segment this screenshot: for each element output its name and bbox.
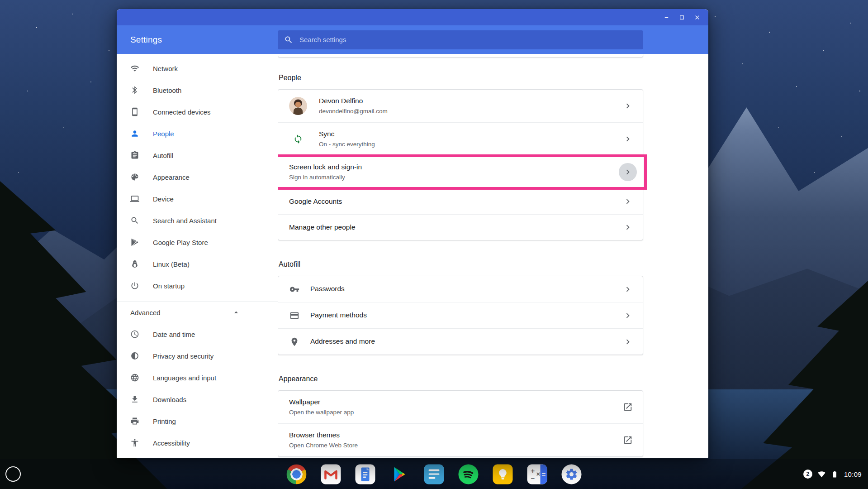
power-icon <box>130 281 139 290</box>
sidebar-item-languages-input[interactable]: Languages and input <box>117 367 278 388</box>
sidebar-item-network[interactable]: Network <box>117 58 278 79</box>
row-manage-other-people[interactable]: Manage other people <box>278 214 643 240</box>
row-title: Google Accounts <box>289 197 342 206</box>
shelf-docs-icon[interactable] <box>355 464 375 484</box>
scrolled-card-remnant <box>278 54 643 58</box>
sidebar-item-label: Search and Assistant <box>153 217 217 225</box>
smartphone-icon <box>130 107 139 116</box>
sidebar-item-accessibility[interactable]: Accessibility <box>117 432 278 454</box>
caret-up-icon <box>232 308 241 317</box>
external-link-icon <box>623 402 633 412</box>
key-icon <box>289 284 300 294</box>
row-title: Sync <box>319 129 375 139</box>
chevron-right-icon <box>623 337 633 347</box>
sidebar-item-label: Privacy and security <box>153 352 213 360</box>
sidebar-item-label: Languages and input <box>153 374 216 382</box>
download-icon <box>130 395 139 404</box>
chevron-right-icon <box>623 134 633 144</box>
sidebar-item-label: On startup <box>153 282 185 290</box>
row-title: Browser themes <box>289 431 358 440</box>
sidebar-item-downloads[interactable]: Downloads <box>117 388 278 410</box>
shelf-settings-icon[interactable] <box>561 464 582 484</box>
penguin-icon <box>130 259 139 268</box>
close-button[interactable] <box>689 11 705 24</box>
search-icon <box>284 35 293 44</box>
sidebar-item-label: Printing <box>153 417 176 425</box>
sidebar-item-label: Device <box>153 195 174 203</box>
search-box[interactable] <box>278 30 643 49</box>
search-input[interactable] <box>299 35 637 44</box>
sidebar-item-label: Date and time <box>153 331 195 338</box>
printer-icon <box>130 417 139 426</box>
launcher-button[interactable] <box>5 466 21 482</box>
sidebar-item-bluetooth[interactable]: Bluetooth <box>117 79 278 101</box>
chevron-right-icon <box>623 197 633 206</box>
appearance-card: Wallpaper Open the wallpaper app Browser… <box>278 390 643 457</box>
page-title: Settings <box>117 35 278 45</box>
row-account[interactable]: Devon Delfino devondelfino@gmail.com <box>278 90 643 122</box>
account-email: devondelfino@gmail.com <box>319 107 388 115</box>
chevron-right-icon <box>623 101 633 111</box>
location-pin-icon <box>289 337 300 347</box>
minimize-icon <box>663 14 670 21</box>
play-store-icon <box>130 238 139 247</box>
bluetooth-icon <box>130 86 139 95</box>
shelf-calculator-icon[interactable]: + − × = <box>527 464 547 484</box>
row-subtitle: On - sync everything <box>319 140 375 149</box>
avatar <box>289 97 307 115</box>
shelf-gmail-icon[interactable] <box>321 464 341 484</box>
maximize-icon <box>678 14 685 21</box>
sidebar-item-label: People <box>153 130 174 138</box>
row-screen-lock[interactable]: Screen lock and sign-in Sign in automati… <box>278 155 643 188</box>
section-heading-appearance: Appearance <box>279 375 708 383</box>
sidebar-item-label: Downloads <box>153 396 186 403</box>
sidebar-item-label: Autofill <box>153 152 173 159</box>
sidebar-item-printing[interactable]: Printing <box>117 410 278 432</box>
sidebar-item-date-time[interactable]: Date and time <box>117 323 278 345</box>
shelf-play-store-icon[interactable] <box>389 464 410 484</box>
chevron-right-button[interactable] <box>619 163 637 181</box>
magnifier-icon <box>130 216 139 225</box>
maximize-button[interactable] <box>674 11 689 24</box>
sidebar-item-autofill[interactable]: Autofill <box>117 144 278 166</box>
row-google-accounts[interactable]: Google Accounts <box>278 188 643 214</box>
row-sync[interactable]: Sync On - sync everything <box>278 122 643 155</box>
assignment-icon <box>130 151 139 160</box>
shelf-notes-app-icon[interactable] <box>424 464 444 484</box>
sidebar-item-privacy-security[interactable]: Privacy and security <box>117 345 278 367</box>
sidebar-item-label: Linux (Beta) <box>153 260 190 268</box>
accessibility-icon <box>130 438 139 447</box>
sidebar-item-label: Bluetooth <box>153 86 181 94</box>
minimize-button[interactable] <box>659 11 674 24</box>
shelf-chrome-icon[interactable] <box>286 464 307 484</box>
sidebar-advanced-toggle[interactable]: Advanced <box>117 301 278 323</box>
shelf-spotify-icon[interactable] <box>458 464 479 484</box>
sidebar-item-connected-devices[interactable]: Connected devices <box>117 101 278 123</box>
row-title: Wallpaper <box>289 398 354 407</box>
chevron-right-icon <box>623 311 633 321</box>
row-title: Payment methods <box>310 311 367 320</box>
sidebar-item-on-startup[interactable]: On startup <box>117 275 278 297</box>
sidebar-item-appearance[interactable]: Appearance <box>117 166 278 188</box>
row-addresses[interactable]: Addresses and more <box>278 328 643 355</box>
sync-icon <box>289 134 307 144</box>
row-title: Manage other people <box>289 223 356 232</box>
external-link-icon <box>623 435 633 445</box>
row-browser-themes[interactable]: Browser themes Open Chrome Web Store <box>278 423 643 456</box>
status-tray[interactable]: 2 10:09 <box>803 470 862 479</box>
chevron-right-icon <box>623 284 633 294</box>
sidebar-item-search-assistant[interactable]: Search and Assistant <box>117 210 278 231</box>
person-icon <box>130 129 139 138</box>
row-title: Addresses and more <box>310 337 375 346</box>
row-passwords[interactable]: Passwords <box>278 276 643 302</box>
sidebar-item-people[interactable]: People <box>117 123 278 144</box>
sidebar-item-device[interactable]: Device <box>117 188 278 210</box>
row-payment-methods[interactable]: Payment methods <box>278 302 643 328</box>
settings-window: Settings Network Bluetooth Connecte <box>117 9 708 458</box>
shelf-keep-icon[interactable] <box>493 464 513 484</box>
row-subtitle: Open Chrome Web Store <box>289 441 358 450</box>
row-wallpaper[interactable]: Wallpaper Open the wallpaper app <box>278 391 643 423</box>
advanced-label: Advanced <box>130 309 161 316</box>
sidebar-item-linux[interactable]: Linux (Beta) <box>117 253 278 275</box>
sidebar-item-google-play-store[interactable]: Google Play Store <box>117 231 278 253</box>
